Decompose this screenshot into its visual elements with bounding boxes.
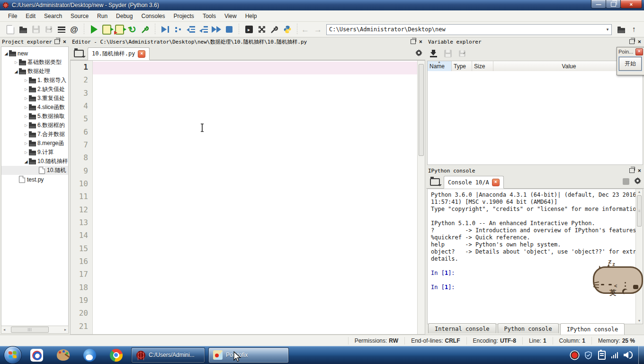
find-symbols-button[interactable]: @: [68, 23, 80, 36]
show-desktop-button[interactable]: [638, 346, 644, 364]
expanded-arrow-icon[interactable]: ◢: [13, 69, 19, 74]
step-over-button[interactable]: [171, 23, 184, 36]
tree-item[interactable]: ▷8.merge函: [1, 139, 68, 148]
editor-tab[interactable]: 10.随机抽样.py ×: [88, 47, 150, 60]
tree-item[interactable]: ▷7.合并数据: [1, 130, 68, 139]
tab-close-icon[interactable]: ×: [492, 179, 500, 186]
undock-icon[interactable]: [629, 168, 635, 173]
menu-help[interactable]: Help: [241, 11, 261, 21]
tree-item[interactable]: test.py: [1, 175, 68, 184]
power-plan-tray-icon[interactable]: [598, 351, 606, 360]
menu-search[interactable]: Search: [40, 11, 66, 21]
tree-item[interactable]: ▷3.重复值处: [1, 94, 68, 103]
new-file-button[interactable]: [4, 23, 17, 36]
collapsed-arrow-icon[interactable]: ▷: [23, 87, 29, 91]
collapsed-arrow-icon[interactable]: ▷: [23, 132, 29, 136]
pinned-app-browser[interactable]: [78, 347, 101, 363]
interrupt-kernel-icon[interactable]: [623, 178, 629, 185]
editor-options-gear-icon[interactable]: [415, 49, 422, 58]
collapsed-arrow-icon[interactable]: ▷: [23, 150, 29, 155]
scroll-down-icon[interactable]: ▼: [636, 318, 643, 324]
back-button[interactable]: ←: [299, 23, 312, 36]
tree-item[interactable]: ▷1. 数据导入: [1, 76, 68, 85]
taskbar-task-spyder[interactable]: C:/Users/Admini...: [131, 347, 205, 363]
close-panel-icon[interactable]: ×: [638, 168, 641, 173]
minimize-button[interactable]: —: [591, 0, 606, 9]
tree-item[interactable]: ▷基础数据类型: [1, 58, 68, 67]
open-file-button[interactable]: [17, 23, 29, 36]
collapsed-arrow-icon[interactable]: ▷: [23, 78, 29, 82]
browse-tabs-icon[interactable]: [74, 50, 84, 57]
tree-item[interactable]: ◢数据处理: [1, 67, 68, 76]
restore-button[interactable]: [606, 0, 621, 9]
menu-view[interactable]: View: [220, 11, 241, 21]
file-switcher-list-button[interactable]: [55, 23, 68, 36]
project-horizontal-scrollbar[interactable]: ◂ ▸: [1, 326, 69, 334]
close-panel-icon[interactable]: ×: [638, 39, 641, 45]
scrollbar-thumb[interactable]: [637, 195, 642, 227]
collapsed-arrow-icon[interactable]: ▷: [23, 114, 29, 118]
collapsed-arrow-icon[interactable]: ▷: [23, 123, 29, 127]
tab-close-icon[interactable]: ×: [138, 50, 145, 58]
menu-file[interactable]: File: [4, 11, 21, 21]
browse-directory-button[interactable]: [615, 23, 627, 36]
pointofix-start-button[interactable]: 开始: [619, 57, 642, 71]
collapsed-arrow-icon[interactable]: ▷: [23, 141, 29, 146]
menu-run[interactable]: Run: [93, 11, 112, 21]
tree-item[interactable]: ▷5.数据抽取: [1, 112, 68, 121]
undock-icon[interactable]: [411, 39, 416, 44]
column-header-type[interactable]: Type: [452, 61, 472, 72]
collapsed-arrow-icon[interactable]: ▷: [23, 96, 29, 100]
pinned-app-paint[interactable]: [51, 347, 75, 363]
save-data-icon[interactable]: [444, 50, 452, 57]
security-shield-tray-icon[interactable]: [584, 351, 592, 359]
expanded-arrow-icon[interactable]: ◢: [3, 51, 9, 56]
scroll-right-icon[interactable]: ▸: [63, 328, 68, 332]
run-cell-advance-button[interactable]: [113, 23, 126, 36]
step-return-button[interactable]: [197, 23, 210, 36]
save-data-as-icon[interactable]: [459, 50, 465, 57]
browse-tabs-icon[interactable]: [430, 178, 440, 186]
run-cell-button[interactable]: [100, 23, 113, 36]
close-button[interactable]: ×: [620, 0, 642, 9]
maximize-pane-button[interactable]: [255, 23, 268, 36]
import-data-icon[interactable]: [430, 50, 438, 57]
parent-directory-button[interactable]: ↑: [627, 23, 640, 36]
tree-item[interactable]: ▷9.计算: [1, 148, 68, 157]
collapsed-arrow-icon[interactable]: ▷: [13, 60, 19, 64]
menu-edit[interactable]: Edit: [21, 11, 40, 21]
tree-item[interactable]: ▷4.slice函数: [1, 103, 68, 112]
file-switcher-button[interactable]: ▸: [242, 23, 255, 36]
menu-projects[interactable]: Projects: [170, 11, 198, 21]
undock-icon[interactable]: [54, 39, 60, 44]
console-options-gear-icon[interactable]: [634, 177, 641, 186]
column-header-size[interactable]: Size: [472, 61, 493, 72]
save-button[interactable]: [29, 23, 42, 36]
step-into-button[interactable]: [184, 23, 197, 36]
pointofix-close-icon[interactable]: ×: [635, 48, 643, 55]
menu-source[interactable]: Source: [66, 11, 93, 21]
close-panel-icon[interactable]: ×: [63, 39, 66, 45]
pinned-app-chrome[interactable]: [104, 347, 128, 363]
debug-button[interactable]: [159, 23, 171, 36]
tree-item[interactable]: ◢10.随机抽样: [1, 157, 68, 166]
tree-item[interactable]: ◢new: [1, 49, 68, 58]
preferences-button[interactable]: [268, 23, 281, 36]
editor-code-area[interactable]: 123456789101112131415161718192021: [70, 60, 425, 335]
pointofix-title-bar[interactable]: Poin... ×: [617, 47, 644, 56]
console-switcher-tab-ipython-console[interactable]: IPython console: [560, 323, 625, 335]
combobox-dropdown-icon[interactable]: ▾: [604, 27, 611, 32]
menu-tools[interactable]: Tools: [198, 11, 220, 21]
forward-button[interactable]: →: [312, 23, 324, 36]
close-panel-icon[interactable]: ×: [419, 39, 422, 45]
console-switcher-tab-internal-console[interactable]: Internal console: [428, 323, 496, 333]
collapsed-arrow-icon[interactable]: ▷: [23, 105, 29, 109]
tree-item[interactable]: 10.随机: [1, 166, 68, 175]
python-path-button[interactable]: [281, 23, 294, 36]
run-button[interactable]: [88, 23, 100, 36]
editor-vertical-scrollbar[interactable]: [417, 61, 425, 334]
rerun-button[interactable]: ↻: [126, 23, 139, 36]
undock-icon[interactable]: [629, 39, 635, 44]
taskbar-task-pointofix[interactable]: Pointofix: [208, 347, 289, 363]
scroll-up-icon[interactable]: ▲: [636, 189, 643, 195]
